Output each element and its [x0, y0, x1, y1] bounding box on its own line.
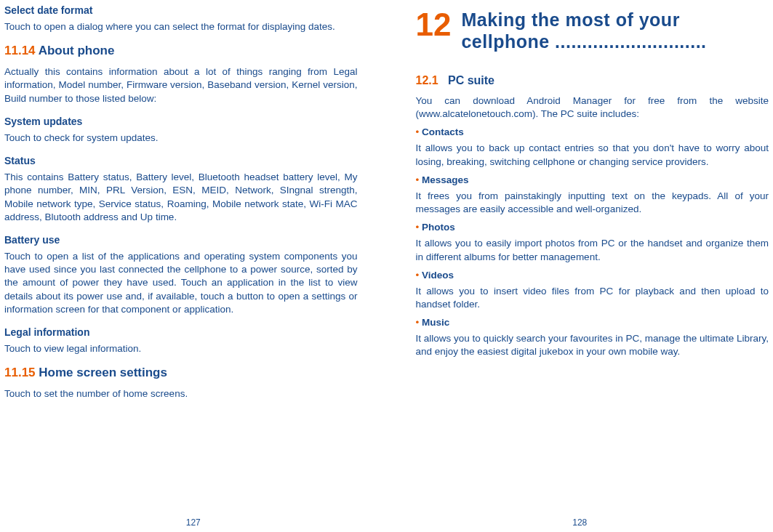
chapter-heading: 12 Making the most of your cellphone ...… — [416, 9, 769, 52]
bullet-dot-icon: • — [416, 174, 422, 185]
heading-system-updates: System updates — [4, 116, 358, 127]
chapter-title: Making the most of your cellphone ......… — [461, 9, 769, 52]
para-select-date-format: Touch to open a dialog where you can sel… — [4, 20, 358, 33]
para-home-screen-settings: Touch to set the number of home screens. — [4, 387, 358, 400]
section-title: PC suite — [448, 74, 494, 86]
page-number-left: 127 — [0, 517, 387, 528]
bullet-dot-icon: • — [416, 317, 422, 328]
para-videos: It allows you to insert video files from… — [416, 285, 769, 311]
bullet-dot-icon: • — [416, 270, 422, 281]
page-number-right: 128 — [387, 517, 774, 528]
page-right: 12 Making the most of your cellphone ...… — [387, 0, 774, 532]
bullet-label: Music — [422, 317, 449, 328]
bullet-music: • Music — [416, 317, 769, 328]
para-contacts: It allows you to back up contact entries… — [416, 142, 769, 168]
para-music: It allows you to quickly search your fav… — [416, 332, 769, 358]
page-left: Select date format Touch to open a dialo… — [0, 0, 387, 532]
bullet-messages: • Messages — [416, 174, 769, 185]
section-number: 12.1 — [416, 74, 438, 86]
para-about-phone: Actually this contains information about… — [4, 65, 358, 105]
bullet-dot-icon: • — [416, 126, 422, 137]
bullet-dot-icon: • — [416, 222, 422, 233]
heading-status: Status — [4, 155, 358, 166]
para-battery-use: Touch to open a list of the applications… — [4, 250, 358, 316]
para-pc-suite-intro: You can download Android Manager for fre… — [416, 94, 769, 121]
bullet-photos: • Photos — [416, 222, 769, 233]
chapter-number: 12 — [416, 9, 452, 41]
bullet-label: Contacts — [422, 126, 464, 137]
section-12-1-heading: 12.1 PC suite — [416, 74, 769, 87]
heading-battery-use: Battery use — [4, 234, 358, 246]
para-messages: It frees you from painstakingly inputtin… — [416, 190, 769, 216]
section-number: 11.15 — [4, 366, 36, 379]
section-title: About phone — [36, 44, 115, 57]
bullet-label: Photos — [422, 222, 455, 233]
heading-legal-information: Legal information — [4, 326, 358, 338]
bullet-videos: • Videos — [416, 270, 769, 281]
section-11-15-heading: 11.15 Home screen settings — [4, 366, 358, 380]
para-system-updates: Touch to check for system updates. — [4, 132, 358, 145]
para-legal-information: Touch to view legal information. — [4, 342, 358, 355]
section-title: Home screen settings — [36, 366, 167, 379]
bullet-contacts: • Contacts — [416, 126, 769, 137]
para-photos: It allows you to easily import photos fr… — [416, 237, 769, 263]
section-number: 11.14 — [4, 44, 36, 57]
bullet-label: Videos — [422, 270, 454, 281]
para-status: This contains Battery status, Battery le… — [4, 171, 358, 224]
bullet-label: Messages — [422, 174, 469, 185]
section-11-14-heading: 11.14 About phone — [4, 44, 358, 58]
heading-select-date-format: Select date format — [4, 4, 358, 16]
